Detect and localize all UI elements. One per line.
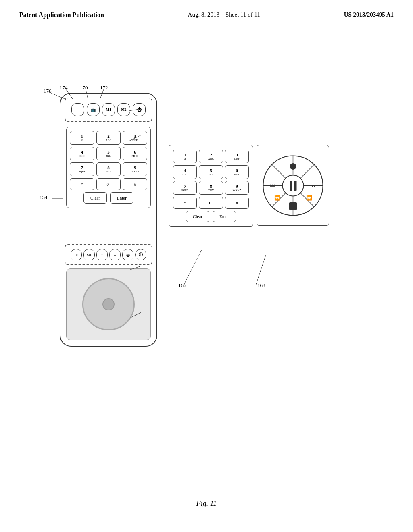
keypad-grid: 1@ 2ABC 3DEF 4GHI 5JKL 6MNO 7PQRS 8TUV 9… bbox=[70, 131, 147, 176]
second-keypad-grid: 1@ 2ABC 3DEF 4GHI 5JKL 6MNO 7PQRS 8TUV 9… bbox=[173, 150, 249, 195]
fig-caption-text: Fig. 11 bbox=[196, 499, 217, 507]
tv-button[interactable]: 📺 bbox=[87, 103, 100, 116]
key2-6[interactable]: 6MNO bbox=[225, 165, 249, 179]
up-down-button[interactable]: ↕ bbox=[96, 249, 108, 260]
enter-button[interactable]: Enter bbox=[110, 192, 133, 204]
svg-text:⏩: ⏩ bbox=[306, 195, 312, 201]
key-0[interactable]: 0_ bbox=[96, 178, 121, 190]
svg-point-6 bbox=[290, 163, 296, 170]
key-8[interactable]: 8TUV bbox=[96, 162, 121, 176]
key2-2[interactable]: 2ABC bbox=[199, 150, 223, 163]
key2-1[interactable]: 1@ bbox=[173, 150, 197, 163]
second-keypad-panel: 1@ 2ABC 3DEF 4GHI 5JKL 6MNO 7PQRS 8TUV 9… bbox=[169, 145, 253, 227]
main-keypad: 1@ 2ABC 3DEF 4GHI 5JKL 6MNO 7PQRS 8TUV 9… bbox=[66, 127, 151, 208]
dpad-svg: ⏮ ⏭ ⏪ ⏩ bbox=[262, 154, 324, 217]
info-button[interactable]: ⓘ bbox=[135, 249, 146, 260]
scroll-wheel-outer[interactable] bbox=[82, 278, 135, 330]
ref-166: 166 bbox=[178, 282, 186, 289]
key2-0[interactable]: 0_ bbox=[199, 197, 223, 209]
second-action-keys: Clear Enter bbox=[173, 211, 249, 222]
svg-rect-13 bbox=[289, 202, 297, 210]
key2-3[interactable]: 3DEF bbox=[225, 150, 249, 163]
key-1[interactable]: 1@ bbox=[70, 131, 94, 145]
key-5[interactable]: 5JKL bbox=[96, 147, 121, 160]
key-star[interactable]: * bbox=[70, 178, 94, 190]
key-3[interactable]: 3DEF bbox=[123, 131, 147, 145]
m1-button[interactable]: M1 bbox=[102, 103, 115, 116]
key-6[interactable]: 6MNO bbox=[123, 147, 147, 160]
key2-9[interactable]: 9WXYZ bbox=[225, 181, 249, 195]
special-keys-row: * 0_ # bbox=[70, 178, 147, 190]
key2-8[interactable]: 8TUV bbox=[199, 181, 223, 195]
scroll-wheel-area bbox=[66, 268, 151, 340]
media-controls-panel: ⏮ ⏭ ⏪ ⏩ bbox=[257, 145, 329, 226]
clear-button-2[interactable]: Clear bbox=[186, 211, 209, 222]
ref-174: 174 bbox=[60, 85, 68, 91]
header-date-sheet: Aug. 8, 2013 Sheet 11 of 11 bbox=[188, 11, 260, 18]
key2-hash[interactable]: # bbox=[225, 197, 249, 209]
svg-text:⏮: ⏮ bbox=[269, 183, 275, 189]
key-7[interactable]: 7PQRS bbox=[70, 162, 94, 176]
key2-7[interactable]: 7PQRS bbox=[173, 181, 197, 195]
publication-type: Patent Application Publication bbox=[19, 11, 104, 19]
key2-star[interactable]: * bbox=[173, 197, 197, 209]
left-right-button[interactable]: ↔ bbox=[109, 249, 121, 260]
svg-line-23 bbox=[256, 254, 266, 285]
ref-176: 176 bbox=[44, 88, 52, 94]
svg-line-22 bbox=[184, 250, 202, 285]
play-button[interactable]: ▷ bbox=[71, 249, 82, 260]
diagram-area: 176 174 170 172 162 156 154 164 166 168 … bbox=[0, 60, 413, 447]
enter-button-2[interactable]: Enter bbox=[213, 211, 236, 222]
top-buttons-section: ← 📺 M1 M2 ⏻ bbox=[65, 98, 152, 122]
key2-4[interactable]: 4GHI bbox=[173, 165, 197, 179]
page-header: Patent Application Publication Aug. 8, 2… bbox=[0, 0, 413, 19]
publication-date: Aug. 8, 2013 bbox=[188, 11, 219, 18]
back-button[interactable]: ← bbox=[71, 103, 84, 116]
patent-number: US 2013/203495 A1 bbox=[344, 11, 394, 18]
svg-rect-8 bbox=[294, 181, 296, 191]
clear-button[interactable]: Clear bbox=[83, 192, 107, 204]
ref-172: 172 bbox=[100, 85, 108, 91]
ref-168: 168 bbox=[257, 282, 265, 289]
dpad-area: ⏮ ⏭ ⏪ ⏩ bbox=[262, 154, 324, 217]
key-2[interactable]: 2ABC bbox=[96, 131, 121, 145]
figure-caption: Fig. 11 bbox=[0, 499, 413, 508]
circle-button[interactable]: ◎ bbox=[122, 249, 133, 260]
action-keys-row: Clear Enter bbox=[70, 192, 147, 204]
scroll-wheel-inner[interactable] bbox=[102, 298, 115, 310]
sheet-number: Sheet 11 of 11 bbox=[225, 11, 260, 18]
key-hash[interactable]: # bbox=[123, 178, 147, 190]
key2-5[interactable]: 5JKL bbox=[199, 165, 223, 179]
second-special-keys: * 0_ # bbox=[173, 197, 249, 209]
svg-text:⏭: ⏭ bbox=[311, 183, 316, 189]
svg-point-5 bbox=[282, 175, 303, 196]
ref-170: 170 bbox=[80, 85, 88, 91]
bottom-buttons-section: ▷ CH ↕ ↔ ◎ ⓘ bbox=[65, 244, 152, 265]
m2-button[interactable]: M2 bbox=[117, 103, 130, 116]
svg-rect-7 bbox=[290, 181, 292, 191]
ch-button[interactable]: CH bbox=[83, 249, 95, 260]
svg-text:⏪: ⏪ bbox=[274, 195, 280, 201]
key-4[interactable]: 4GHI bbox=[70, 147, 94, 160]
power-button[interactable]: ⏻ bbox=[133, 103, 146, 116]
key-9[interactable]: 9WXYZ bbox=[123, 162, 147, 176]
remote-device: ← 📺 M1 M2 ⏻ 1@ 2ABC 3DEF 4GHI 5JKL 6MNO … bbox=[60, 93, 157, 347]
ref-154: 154 bbox=[40, 194, 48, 201]
